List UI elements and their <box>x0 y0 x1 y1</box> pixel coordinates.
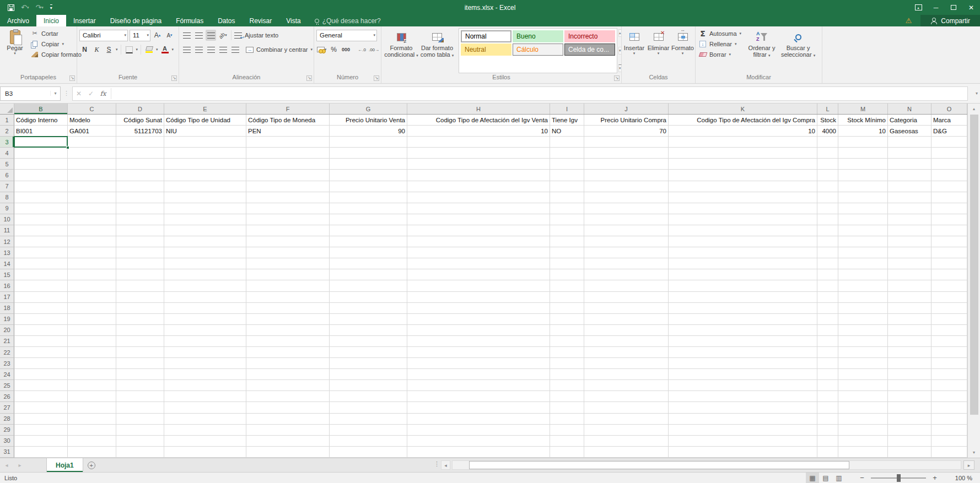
column-header-K[interactable]: K <box>669 104 817 114</box>
cell-O19[interactable] <box>931 314 967 325</box>
cell-K24[interactable] <box>669 369 817 380</box>
cell-K16[interactable] <box>669 280 817 291</box>
cell-B4[interactable] <box>14 148 68 159</box>
cell-D24[interactable] <box>116 369 164 380</box>
cell-C28[interactable] <box>68 414 116 425</box>
cell-F1[interactable]: Código Tipo de Moneda <box>246 115 330 126</box>
row-header-24[interactable]: 24 <box>0 369 14 380</box>
cell-O9[interactable] <box>931 203 967 214</box>
cell-N6[interactable] <box>888 170 931 181</box>
bold-button[interactable]: N <box>79 44 90 55</box>
cell-K22[interactable] <box>669 347 817 358</box>
cell-D15[interactable] <box>116 269 164 280</box>
cell-G9[interactable] <box>330 203 407 214</box>
save-button[interactable] <box>8 4 14 11</box>
delete-cells-button[interactable]: Eliminar ▾ <box>647 28 670 73</box>
orientation-button[interactable]: ab▾ <box>218 30 228 41</box>
cell-N31[interactable] <box>888 447 931 458</box>
cell-J22[interactable] <box>584 347 669 358</box>
zoom-out-button[interactable]: − <box>857 474 868 482</box>
cell-E16[interactable] <box>164 280 246 291</box>
horizontal-scroll-thumb[interactable] <box>469 461 849 469</box>
cell-N13[interactable] <box>888 247 931 258</box>
cell-G31[interactable] <box>330 447 407 458</box>
cell-F21[interactable] <box>246 336 330 347</box>
hscroll-right-button[interactable]: ▸ <box>963 460 974 470</box>
cell-C1[interactable]: Modelo <box>68 115 116 126</box>
increase-indent-button[interactable] <box>230 44 240 55</box>
cell-N20[interactable] <box>888 325 931 336</box>
cell-M27[interactable] <box>838 402 888 413</box>
cell-J7[interactable] <box>584 181 669 192</box>
cell-O1[interactable]: Marca <box>931 115 967 126</box>
vertical-scroll-thumb[interactable] <box>970 115 978 415</box>
cell-M12[interactable] <box>838 236 888 247</box>
cell-K3[interactable] <box>669 137 817 148</box>
cell-D3[interactable] <box>116 137 164 148</box>
cell-M3[interactable] <box>838 137 888 148</box>
font-color-button[interactable]: A <box>160 44 170 55</box>
zoom-in-button[interactable]: + <box>929 474 940 482</box>
cell-B26[interactable] <box>14 391 68 402</box>
cell-J21[interactable] <box>584 336 669 347</box>
cell-K26[interactable] <box>669 391 817 402</box>
cell-D26[interactable] <box>116 391 164 402</box>
cell-E26[interactable] <box>164 391 246 402</box>
cell-H3[interactable] <box>407 137 550 148</box>
cell-E15[interactable] <box>164 269 246 280</box>
cell-M1[interactable]: Stock Mínimo <box>838 115 888 126</box>
row-header-6[interactable]: 6 <box>0 170 14 181</box>
clear-button[interactable]: Borrar▾ <box>699 49 741 59</box>
insert-cells-button[interactable]: Insertar ▾ <box>623 28 646 73</box>
cell-H15[interactable] <box>407 269 550 280</box>
cell-E6[interactable] <box>164 170 246 181</box>
row-header-13[interactable]: 13 <box>0 247 14 258</box>
row-header-9[interactable]: 9 <box>0 203 14 214</box>
cell-D27[interactable] <box>116 402 164 413</box>
cell-G22[interactable] <box>330 347 407 358</box>
gallery-more-button[interactable]: ▾ <box>618 64 622 72</box>
cell-F23[interactable] <box>246 358 330 369</box>
column-header-C[interactable]: C <box>68 104 116 114</box>
cell-I28[interactable] <box>550 414 584 425</box>
cell-B29[interactable] <box>14 425 68 436</box>
fill-handle[interactable] <box>66 146 69 149</box>
cell-H29[interactable] <box>407 425 550 436</box>
cell-I16[interactable] <box>550 280 584 291</box>
cell-I21[interactable] <box>550 336 584 347</box>
cell-L20[interactable] <box>817 325 838 336</box>
cell-N18[interactable] <box>888 303 931 314</box>
cell-K1[interactable]: Codigo Tipo de Afectación del Igv Compra <box>669 115 817 126</box>
cell-E4[interactable] <box>164 148 246 159</box>
cell-N16[interactable] <box>888 280 931 291</box>
cell-M25[interactable] <box>838 380 888 391</box>
cell-C25[interactable] <box>68 380 116 391</box>
cell-L6[interactable] <box>817 170 838 181</box>
cell-E19[interactable] <box>164 314 246 325</box>
cell-I4[interactable] <box>550 148 584 159</box>
cell-L27[interactable] <box>817 402 838 413</box>
cell-M24[interactable] <box>838 369 888 380</box>
cell-O5[interactable] <box>931 159 967 170</box>
cell-O12[interactable] <box>931 236 967 247</box>
cell-D5[interactable] <box>116 159 164 170</box>
cell-H6[interactable] <box>407 170 550 181</box>
cell-J28[interactable] <box>584 414 669 425</box>
fill-button[interactable]: ↓Rellenar▾ <box>699 39 741 49</box>
column-header-M[interactable]: M <box>838 104 888 114</box>
cell-K8[interactable] <box>669 192 817 203</box>
cell-I7[interactable] <box>550 181 584 192</box>
expand-formula-bar-button[interactable]: ▾ <box>976 91 978 96</box>
cell-C3[interactable] <box>68 137 116 148</box>
tell-me-search[interactable]: ¿Qué desea hacer? <box>308 15 387 26</box>
sheet-tab-hoja1[interactable]: Hoja1 <box>46 458 83 472</box>
row-header-11[interactable]: 11 <box>0 225 14 236</box>
cell-G5[interactable] <box>330 159 407 170</box>
cell-H23[interactable] <box>407 358 550 369</box>
cell-O29[interactable] <box>931 425 967 436</box>
cell-M28[interactable] <box>838 414 888 425</box>
cell-H21[interactable] <box>407 336 550 347</box>
cell-N10[interactable] <box>888 214 931 225</box>
cell-J20[interactable] <box>584 325 669 336</box>
cell-B18[interactable] <box>14 303 68 314</box>
